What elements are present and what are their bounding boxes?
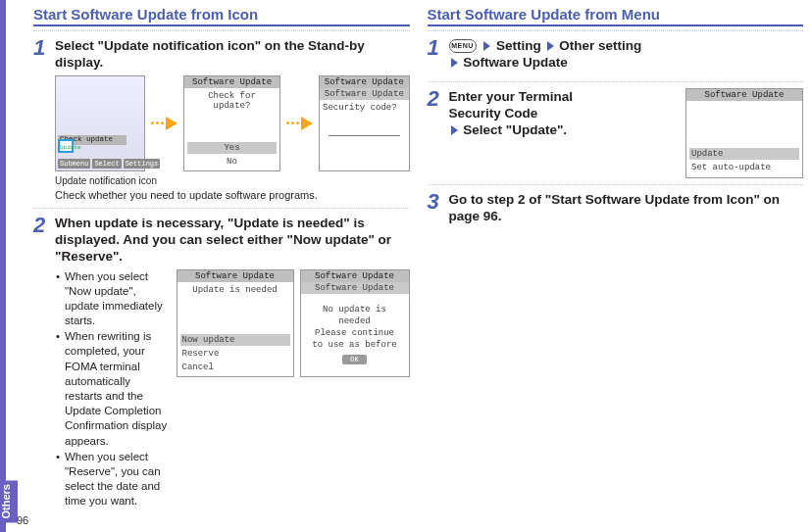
screen-text: Update is needed (180, 285, 290, 295)
screen-title: Software Update (177, 270, 293, 282)
step2-content: When you select "Now update", update imm… (55, 269, 410, 510)
update-notification-icon[interactable]: Update (58, 139, 74, 153)
screen-text: Security code? (323, 103, 405, 113)
step-number: 2 (33, 215, 49, 510)
right-step-3: 3 Go to step 2 of "Start Software Update… (428, 191, 804, 229)
step-number: 1 (33, 37, 49, 202)
page-number: 96 (17, 514, 28, 526)
bullet-item: When you select "Now update", update imm… (65, 269, 171, 329)
side-tab-others: Others (0, 480, 18, 522)
left-step-2: 2 When update is necessary, "Update is n… (33, 215, 410, 510)
side-stripe (0, 0, 6, 532)
screen-title: Software Update (301, 270, 409, 282)
step-heading: When update is necessary, "Update is nee… (55, 215, 410, 266)
menu-key-icon[interactable]: MENU (449, 39, 477, 53)
divider (428, 81, 804, 82)
step-number: 2 (428, 88, 443, 178)
step-note: Check whether you need to update softwar… (55, 188, 410, 202)
right-column: Start Software Update from Menu 1 MENU S… (428, 6, 804, 524)
triangle-icon (483, 41, 490, 51)
softkey-submenu[interactable]: Submenu (58, 159, 90, 169)
icon-caption: Update notification icon (55, 175, 410, 186)
right-section-title: Start Software Update from Menu (428, 6, 804, 26)
softkey-settings[interactable]: Settings (124, 159, 161, 169)
option-reserve[interactable]: Reserve (180, 348, 290, 360)
screen-subtitle: Software Update (301, 282, 409, 294)
check-update-screen: Software Update Check for update? Yes No (183, 75, 280, 171)
triangle-icon (451, 125, 458, 135)
nav-other-setting: Other setting (559, 38, 641, 53)
screen-line: needed (304, 316, 406, 326)
ok-button[interactable]: OK (342, 355, 366, 364)
divider (428, 28, 804, 31)
arrow-icon (151, 117, 177, 130)
right-step-2: 2 Software Update Update Set auto-update… (428, 88, 804, 178)
step-body: Go to step 2 of "Start Software Update f… (449, 191, 804, 229)
screen-line: No update is (304, 305, 406, 314)
option-update[interactable]: Update (689, 148, 799, 160)
screen-title: Software Update (320, 76, 408, 88)
option-yes[interactable]: Yes (187, 142, 277, 154)
bullet-list: When you select "Now update", update imm… (55, 269, 171, 509)
page: Start Software Update from Icon 1 Select… (0, 0, 811, 532)
step-body: MENU Setting Other setting Software Upda… (449, 37, 804, 72)
screen-line: to use as before (304, 340, 406, 350)
step-body: Select "Update notification icon" on the… (55, 37, 410, 202)
step-heading: Select "Update notification icon" on the… (55, 37, 410, 72)
right-step-1: 1 MENU Setting Other setting Software Up… (428, 37, 804, 75)
triangle-icon (451, 58, 458, 68)
screens-row-1: Check update Update Submenu Select Setti… (55, 75, 410, 171)
screen-line: Please continue (304, 328, 406, 338)
option-cancel[interactable]: Cancel (180, 362, 290, 373)
triangle-icon (547, 41, 554, 51)
divider (33, 28, 410, 31)
option-no[interactable]: No (187, 156, 277, 168)
security-code-input[interactable] (329, 126, 399, 136)
screen-title: Software Update (686, 89, 802, 101)
step-heading: Go to step 2 of "Start Software Update f… (449, 191, 804, 225)
option-set-auto-update[interactable]: Set auto-update (689, 162, 799, 173)
option-now-update[interactable]: Now update (180, 334, 290, 346)
left-step-1: 1 Select "Update notification icon" on t… (33, 37, 410, 202)
screen-text: Check for update? (187, 91, 277, 111)
divider (428, 184, 804, 185)
step-body: Software Update Update Set auto-update E… (449, 88, 804, 178)
nav-setting: Setting (496, 38, 541, 53)
standby-screen: Check update Update Submenu Select Setti… (55, 75, 145, 171)
screen-subtitle: Software Update (320, 88, 408, 100)
arrow-icon (286, 117, 313, 130)
step-body: When update is necessary, "Update is nee… (55, 215, 410, 510)
bullet-item: When you select "Reserve", you can selec… (65, 450, 171, 509)
bullet-item: When rewriting is completed, your FOMA t… (65, 329, 171, 448)
update-needed-screen: Software Update Update is needed Now upd… (177, 269, 294, 377)
divider (33, 208, 410, 209)
security-code-screen: Software Update Software Update Security… (319, 75, 409, 171)
nav-software-update: Software Update (463, 55, 568, 70)
screen-title: Software Update (184, 76, 279, 88)
step-number: 3 (428, 191, 443, 229)
softkey-select[interactable]: Select (92, 159, 121, 169)
no-update-screen: Software Update Software Update No updat… (300, 269, 410, 377)
left-column: Start Software Update from Icon 1 Select… (33, 6, 410, 524)
update-menu-screen: Software Update Update Set auto-update (685, 88, 803, 178)
step-number: 1 (428, 37, 443, 75)
left-section-title: Start Software Update from Icon (33, 6, 410, 26)
